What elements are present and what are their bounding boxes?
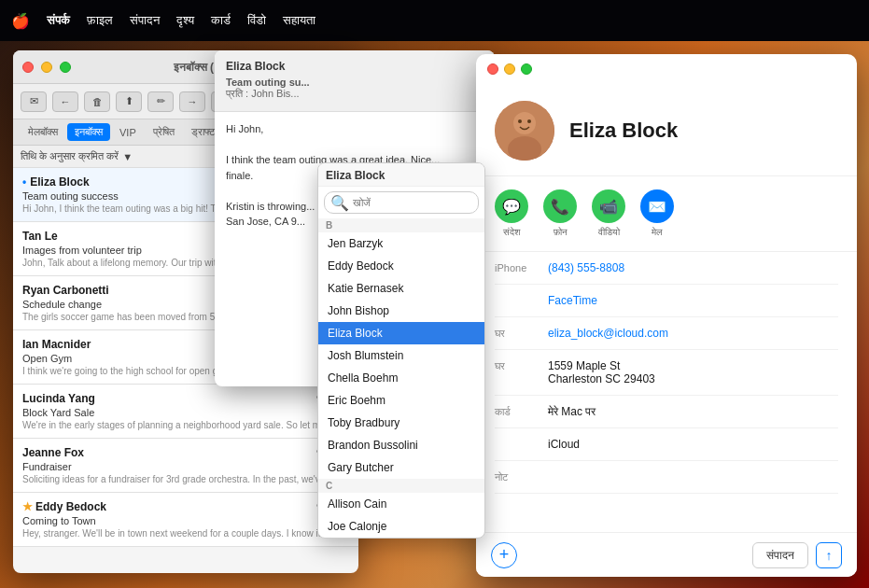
delete-button[interactable]: 🗑 bbox=[84, 91, 110, 112]
field-email-label: घर bbox=[495, 327, 537, 340]
contact-item-eddy-bedock[interactable]: Eddy Bedock bbox=[318, 255, 484, 277]
contact-card-titlebar bbox=[476, 54, 857, 78]
contact-item-chella-boehm[interactable]: Chella Boehm bbox=[318, 367, 484, 389]
close-button[interactable] bbox=[22, 62, 34, 73]
contact-item-allison-cain[interactable]: Allison Cain bbox=[318, 493, 484, 515]
video-icon: 📹 bbox=[592, 189, 625, 223]
mail-icon: ✉️ bbox=[640, 189, 674, 223]
contact-name: Eliza Block bbox=[569, 119, 678, 143]
contact-item-josh-blumstein[interactable]: Josh Blumstein bbox=[318, 344, 484, 367]
mail-sender: Ryan Carbonetti bbox=[22, 284, 109, 297]
sort-arrow: ▼ bbox=[122, 151, 133, 162]
message-header: Eliza Block Team outing su... प्रति : Jo… bbox=[215, 50, 495, 112]
field-facetime-value[interactable]: FaceTime bbox=[548, 294, 597, 307]
action-call-button[interactable]: 📞 फ़ोन bbox=[543, 189, 577, 238]
action-video-button[interactable]: 📹 वीडियो bbox=[592, 189, 625, 238]
contacts-search-bar[interactable]: 🔍 bbox=[324, 191, 479, 214]
contact-card-footer: + संपादन ↑ bbox=[476, 532, 857, 577]
action-message-button[interactable]: 💬 संदेश bbox=[495, 189, 528, 238]
menu-edit[interactable]: संपादन bbox=[130, 13, 160, 28]
menu-window[interactable]: विंडो bbox=[247, 13, 266, 28]
move-button[interactable]: ⬆ bbox=[116, 91, 142, 112]
message-icon: 💬 bbox=[495, 189, 528, 223]
action-mail-button[interactable]: ✉️ मेल bbox=[640, 189, 674, 238]
section-c-header: C bbox=[318, 479, 484, 493]
call-icon: 📞 bbox=[543, 189, 577, 223]
contact-item-joe-calonje[interactable]: Joe Calonje bbox=[318, 515, 484, 538]
field-icloud: iCloud bbox=[495, 428, 838, 461]
action-video-label: वीडियो bbox=[598, 227, 620, 238]
minimize-button[interactable] bbox=[41, 62, 52, 73]
field-note-label: नोट bbox=[495, 470, 537, 483]
contact-maximize-button[interactable] bbox=[521, 63, 532, 75]
mail-item[interactable]: Jeanne Fox १७/९/२८ Fundraiser Soliciting… bbox=[13, 439, 358, 493]
apple-menu[interactable]: 🍎 bbox=[11, 12, 30, 30]
field-note: नोट bbox=[495, 461, 838, 494]
field-email-value[interactable]: eliza_block@icloud.com bbox=[548, 327, 668, 340]
search-icon: 🔍 bbox=[330, 194, 349, 212]
field-card-value: मेरे Mac पर bbox=[548, 405, 596, 418]
edit-contact-button[interactable]: संपादन bbox=[752, 542, 808, 568]
mail-sender: Tan Le bbox=[22, 230, 58, 243]
contact-minimize-button[interactable] bbox=[504, 63, 515, 75]
contact-item-eric-boehm[interactable]: Eric Boehm bbox=[318, 389, 484, 412]
action-message-label: संदेश bbox=[503, 227, 520, 238]
contacts-dropdown-title: Eliza Block bbox=[326, 169, 385, 182]
mail-preview: Hey, stranger. We'll be in town next wee… bbox=[22, 528, 349, 539]
contacts-search-input[interactable] bbox=[353, 197, 472, 208]
app-name[interactable]: संपर्क bbox=[47, 13, 70, 28]
compose-button[interactable]: ✉ bbox=[21, 91, 47, 112]
contact-item-brandon-bussolini[interactable]: Brandon Bussolini bbox=[318, 434, 484, 456]
contact-avatar bbox=[495, 101, 554, 161]
contacts-dropdown-header: Eliza Block bbox=[318, 163, 484, 187]
tab-sent[interactable]: प्रेषित bbox=[146, 123, 182, 141]
svg-point-4 bbox=[527, 119, 531, 123]
menu-card[interactable]: कार्ड bbox=[211, 13, 231, 28]
maximize-button[interactable] bbox=[60, 62, 71, 73]
reply-button[interactable]: ← bbox=[52, 91, 78, 112]
contact-item-gary-butcher[interactable]: Gary Butcher bbox=[318, 456, 484, 479]
forward-button[interactable]: → bbox=[179, 91, 205, 112]
compose2-button[interactable]: ✏ bbox=[147, 91, 174, 112]
mail-sender: Eliza Block bbox=[22, 175, 90, 189]
message-from: Eliza Block bbox=[226, 60, 484, 73]
contact-card-header: Eliza Block bbox=[476, 78, 857, 176]
field-iphone: iPhone (843) 555-8808 bbox=[495, 252, 838, 285]
menu-view[interactable]: दृश्य bbox=[176, 13, 194, 28]
footer-actions: संपादन ↑ bbox=[752, 542, 842, 568]
menubar: 🍎 संपर्क फ़ाइल संपादन दृश्य कार्ड विंडो … bbox=[0, 0, 869, 41]
contact-close-button[interactable] bbox=[487, 63, 498, 75]
tab-vip[interactable]: VIP bbox=[112, 124, 144, 141]
mail-sender: Eddy Bedock bbox=[22, 500, 106, 513]
field-iphone-value[interactable]: (843) 555-8808 bbox=[548, 261, 624, 274]
mail-item[interactable]: Eddy Bedock ९९/९/२८ Coming to Town Hey, … bbox=[13, 493, 358, 547]
mail-subject: Fundraiser bbox=[22, 461, 349, 472]
menu-help[interactable]: सहायता bbox=[283, 13, 315, 28]
mail-subject: Block Yard Sale bbox=[22, 407, 349, 418]
field-icloud-value: iCloud bbox=[548, 438, 580, 451]
tab-inbox[interactable]: इनबॉक्स bbox=[67, 123, 110, 141]
contact-item-katie-bernasek[interactable]: Katie Bernasek bbox=[318, 277, 484, 300]
field-facetime-label bbox=[495, 294, 537, 295]
tab-mailboxes[interactable]: मेलबॉक्स bbox=[21, 123, 65, 141]
contact-item-eliza-block[interactable]: Eliza Block bbox=[318, 322, 484, 344]
sort-label: तिथि के अनुसार क्रमित करें bbox=[21, 150, 119, 162]
mail-sender: Jeanne Fox bbox=[22, 446, 84, 459]
share-contact-button[interactable]: ↑ bbox=[816, 542, 842, 568]
svg-point-1 bbox=[513, 112, 536, 134]
message-to: प्रति : John Bis... bbox=[226, 88, 484, 100]
mail-subject: Coming to Town bbox=[22, 515, 349, 526]
action-call-label: फ़ोन bbox=[554, 227, 568, 238]
contact-info: iPhone (843) 555-8808 FaceTime घर eliza_… bbox=[476, 252, 857, 494]
contact-item-jen-barzyk[interactable]: Jen Barzyk bbox=[318, 232, 484, 255]
contact-item-toby-bradbury[interactable]: Toby Bradbury bbox=[318, 412, 484, 434]
contact-item-john-bishop[interactable]: John Bishop bbox=[318, 300, 484, 322]
mail-sender: Ian Macnider bbox=[22, 338, 91, 351]
mail-item[interactable]: Lucinda Yang १७/९/२८ Block Yard Sale We'… bbox=[13, 385, 358, 439]
menu-file[interactable]: फ़ाइल bbox=[87, 13, 113, 28]
message-subject: Team outing su... bbox=[226, 77, 484, 88]
field-iphone-label: iPhone bbox=[495, 261, 537, 273]
field-icloud-label bbox=[495, 438, 537, 439]
add-contact-button[interactable]: + bbox=[491, 542, 517, 568]
share-icon: ↑ bbox=[826, 548, 833, 563]
